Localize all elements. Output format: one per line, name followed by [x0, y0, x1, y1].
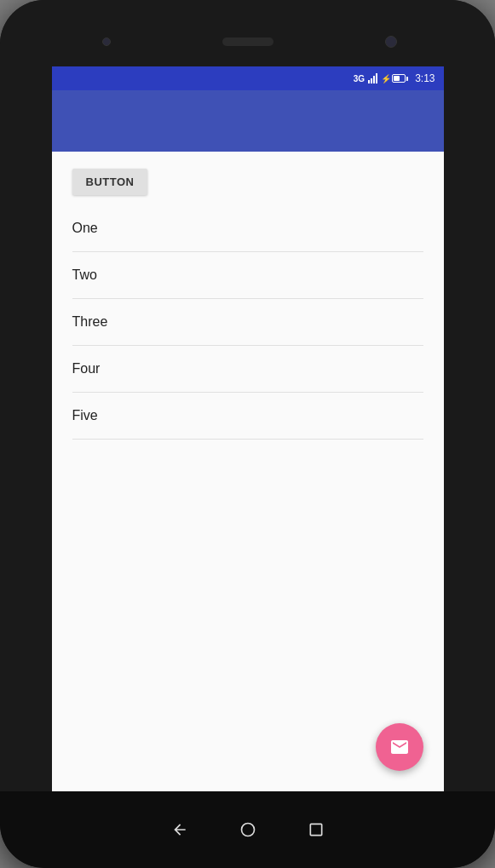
front-camera: [102, 37, 111, 46]
battery-body: [392, 74, 406, 83]
content-area: BUTTON One Two Three Four Five: [52, 152, 444, 791]
list-item[interactable]: Three: [72, 299, 423, 346]
sensor: [385, 36, 397, 48]
list-item[interactable]: One: [72, 205, 423, 252]
status-bar: 3G ⚡ 3:13: [52, 66, 444, 90]
signal-icon: [368, 73, 377, 83]
network-type: 3G: [354, 74, 365, 83]
nav-bar: [0, 791, 495, 868]
fab-button[interactable]: [376, 723, 423, 771]
battery-icon: ⚡: [381, 74, 408, 83]
main-button[interactable]: BUTTON: [72, 169, 148, 195]
screen: 3G ⚡ 3:13: [52, 66, 444, 791]
back-button[interactable]: [171, 821, 188, 838]
recents-icon: [308, 821, 325, 838]
list-item[interactable]: Four: [72, 346, 423, 393]
battery-fill: [394, 76, 400, 81]
mail-icon: [389, 737, 410, 757]
list-item[interactable]: Two: [72, 252, 423, 299]
app-bar: [52, 90, 444, 152]
time-display: 3:13: [415, 72, 435, 84]
list-container: One Two Three Four Five: [72, 205, 423, 440]
svg-point-0: [241, 824, 254, 836]
svg-rect-1: [310, 824, 321, 835]
battery-tip: [406, 77, 408, 81]
recents-button[interactable]: [308, 821, 325, 838]
home-icon: [239, 821, 256, 838]
home-button[interactable]: [239, 821, 256, 838]
back-icon: [171, 821, 188, 838]
top-bezel: [0, 0, 495, 66]
list-item[interactable]: Five: [72, 393, 423, 440]
status-icons: 3G ⚡ 3:13: [354, 72, 435, 84]
speaker: [222, 37, 273, 46]
phone-shell: 3G ⚡ 3:13: [0, 0, 495, 868]
